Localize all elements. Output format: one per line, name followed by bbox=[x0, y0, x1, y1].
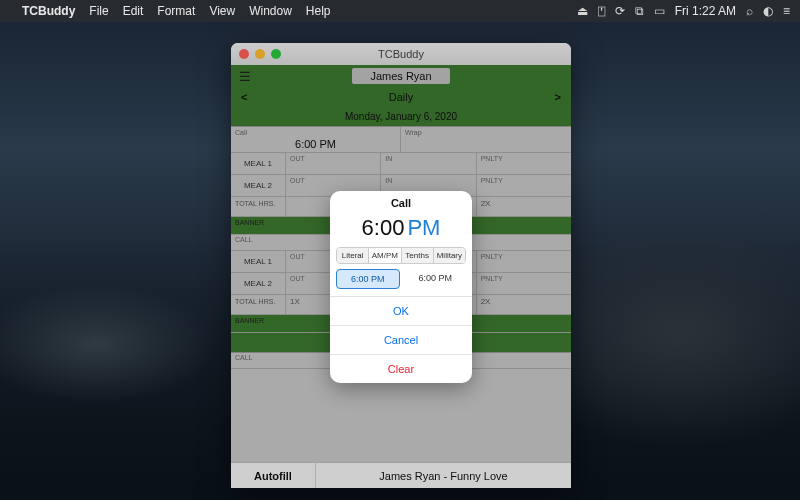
time-picker-modal: Call 6:00PM Literal AM/PM Tenths Militar… bbox=[330, 191, 472, 383]
notifications-icon[interactable]: ≡ bbox=[783, 4, 790, 18]
eject-icon[interactable]: ⏏ bbox=[577, 4, 588, 18]
time-input-active[interactable]: 6:00 PM bbox=[336, 269, 400, 289]
spotlight-icon[interactable]: ⌕ bbox=[746, 4, 753, 18]
battery-icon[interactable]: ▭ bbox=[654, 4, 665, 18]
cancel-button[interactable]: Cancel bbox=[330, 325, 472, 354]
ok-button[interactable]: OK bbox=[330, 296, 472, 325]
clear-button[interactable]: Clear bbox=[330, 354, 472, 383]
modal-title: Call bbox=[330, 191, 472, 213]
desktop-background: TCBuddy File Edit Format View Window Hel… bbox=[0, 0, 800, 500]
segment-ampm[interactable]: AM/PM bbox=[369, 248, 401, 263]
menubar-window[interactable]: Window bbox=[249, 4, 292, 18]
segment-tenths[interactable]: Tenths bbox=[402, 248, 434, 263]
control-center-icon[interactable]: ◐ bbox=[763, 4, 773, 18]
time-input-plain[interactable]: 6:00 PM bbox=[405, 269, 467, 289]
time-ampm[interactable]: PM bbox=[407, 215, 440, 240]
time-display: 6:00PM bbox=[330, 213, 472, 247]
format-segment: Literal AM/PM Tenths Military bbox=[336, 247, 466, 264]
app-window: TCBuddy ☰ James Ryan < Daily > Monday, J… bbox=[231, 43, 571, 488]
wifi-icon[interactable]: ⧉ bbox=[635, 4, 644, 18]
segment-literal[interactable]: Literal bbox=[337, 248, 369, 263]
menubar-edit[interactable]: Edit bbox=[123, 4, 144, 18]
menubar-app-name[interactable]: TCBuddy bbox=[22, 4, 75, 18]
time-hours[interactable]: 6:00 bbox=[362, 215, 405, 240]
menubar-clock[interactable]: Fri 1:22 AM bbox=[675, 4, 736, 18]
macos-menubar: TCBuddy File Edit Format View Window Hel… bbox=[0, 0, 800, 22]
menubar-view[interactable]: View bbox=[209, 4, 235, 18]
user-icon[interactable]: ⍞ bbox=[598, 4, 605, 18]
timemachine-icon[interactable]: ⟳ bbox=[615, 4, 625, 18]
menubar-file[interactable]: File bbox=[89, 4, 108, 18]
menubar-format[interactable]: Format bbox=[157, 4, 195, 18]
menubar-help[interactable]: Help bbox=[306, 4, 331, 18]
segment-military[interactable]: Military bbox=[434, 248, 465, 263]
time-inputs-row: 6:00 PM 6:00 PM bbox=[336, 269, 466, 289]
